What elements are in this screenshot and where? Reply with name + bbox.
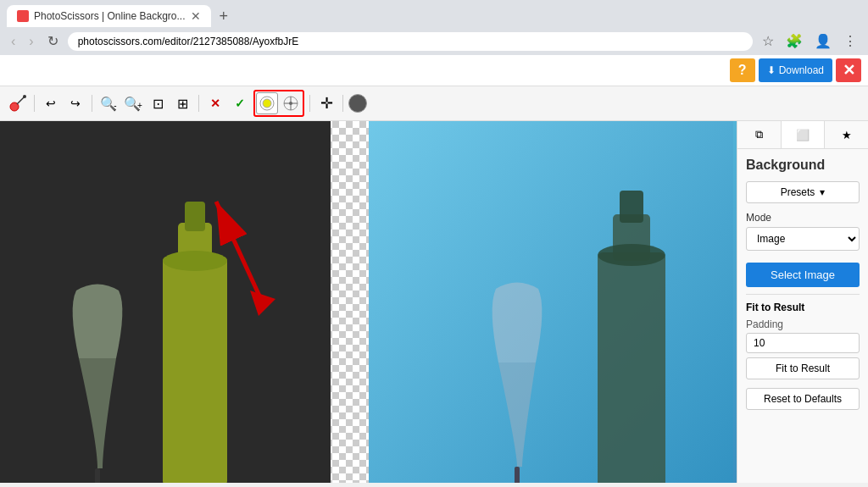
sidebar-tab-background[interactable]: ⬜ xyxy=(782,121,826,148)
toolbar: ↩ ↪ 🔍- 🔍+ ⊡ ⊞ ✕ ✓ xyxy=(0,86,868,121)
bg-brush-button[interactable] xyxy=(280,92,302,114)
back-button[interactable]: ‹ xyxy=(7,32,19,51)
zoom-out-button[interactable]: 🔍- xyxy=(97,92,120,114)
bookmark-button[interactable]: ☆ xyxy=(758,31,778,51)
presets-chevron: ▾ xyxy=(820,186,825,198)
presets-section: Presets ▾ xyxy=(746,181,860,203)
cancel-edit-button[interactable]: ✕ xyxy=(204,92,226,114)
svg-point-26 xyxy=(598,244,665,266)
extensions-button[interactable]: 🧩 xyxy=(782,31,807,51)
download-button[interactable]: ⬇ Download xyxy=(759,58,832,82)
svg-rect-28 xyxy=(515,467,520,483)
app-header: ? ⬇ Download ✕ xyxy=(0,55,868,86)
app-logo-icon xyxy=(7,92,29,114)
svg-rect-21 xyxy=(369,121,733,483)
app-container: ? ⬇ Download ✕ ↩ ↪ 🔍- 🔍+ ⊡ ⊞ ✕ ✓ xyxy=(0,55,868,483)
help-button[interactable]: ? xyxy=(730,58,755,82)
download-icon: ⬇ xyxy=(767,64,776,76)
padding-label: Padding xyxy=(746,318,860,330)
tab-bar: PhotoScissors | Online Backgro... ✕ + xyxy=(0,0,868,27)
padding-input[interactable] xyxy=(746,333,860,353)
zoom-in-button[interactable]: 🔍+ xyxy=(122,92,144,114)
active-tab[interactable]: PhotoScissors | Online Backgro... ✕ xyxy=(7,5,211,27)
highlighted-tools xyxy=(253,90,304,117)
menu-button[interactable]: ⋮ xyxy=(839,31,861,51)
presets-label: Presets xyxy=(781,186,815,198)
fit-to-result-label: Fit to Result xyxy=(746,302,860,313)
divider-2 xyxy=(92,95,92,112)
sidebar-tabs: ⧉ ⬜ ★ xyxy=(737,121,868,149)
color-picker[interactable] xyxy=(348,94,367,113)
mode-section: Mode Image Color Transparent Blur xyxy=(746,212,860,251)
forward-button[interactable]: › xyxy=(25,32,37,51)
mode-label: Mode xyxy=(746,212,860,224)
svg-rect-23 xyxy=(598,252,665,483)
divider-4 xyxy=(309,95,310,112)
browser-actions: ☆ 🧩 👤 ⋮ xyxy=(758,31,861,51)
tab-favicon xyxy=(17,10,29,22)
address-bar-row: ‹ › ↻ ☆ 🧩 👤 ⋮ xyxy=(0,27,868,55)
result-image xyxy=(369,121,733,483)
left-panel xyxy=(0,121,369,483)
profile-button[interactable]: 👤 xyxy=(810,31,836,51)
original-image xyxy=(0,121,331,483)
fit-result-button[interactable]: Fit to Result xyxy=(746,357,860,379)
background-icon: ⬜ xyxy=(796,129,810,141)
fg-brush-button[interactable] xyxy=(256,92,278,114)
sidebar: ⧉ ⬜ ★ Background Presets ▾ xyxy=(737,121,868,483)
close-button[interactable]: ✕ xyxy=(836,58,861,82)
reset-defaults-button[interactable]: Reset to Defaults xyxy=(746,388,860,410)
move-tool-button[interactable]: ✛ xyxy=(315,92,337,114)
zoom-fit-button[interactable]: ⊡ xyxy=(147,92,169,114)
undo-button[interactable]: ↩ xyxy=(40,92,62,114)
mode-select[interactable]: Image Color Transparent Blur xyxy=(746,227,860,251)
fit-result-section: Fit to Result Padding Fit to Result xyxy=(746,294,860,379)
svg-point-14 xyxy=(163,251,227,271)
tab-title: PhotoScissors | Online Backgro... xyxy=(34,10,186,22)
divider-5 xyxy=(342,95,343,112)
divider-3 xyxy=(198,95,199,112)
select-image-button[interactable]: Select Image xyxy=(746,263,860,287)
tab-close-btn[interactable]: ✕ xyxy=(191,9,201,23)
layers-icon: ⧉ xyxy=(755,128,763,141)
svg-rect-16 xyxy=(95,468,100,483)
sidebar-tab-favorites[interactable]: ★ xyxy=(825,121,868,148)
new-tab-button[interactable]: + xyxy=(213,8,236,25)
sidebar-tab-layers[interactable]: ⧉ xyxy=(737,121,782,148)
sidebar-title: Background xyxy=(746,158,860,173)
right-panel xyxy=(369,121,737,483)
address-input[interactable] xyxy=(68,32,753,51)
zoom-100-button[interactable]: ⊞ xyxy=(171,92,193,114)
sidebar-content: Background Presets ▾ Mode Image Color Tr… xyxy=(737,149,868,483)
svg-rect-25 xyxy=(620,191,643,223)
download-label: Download xyxy=(779,64,824,76)
main-content: ⧉ ⬜ ★ Background Presets ▾ xyxy=(0,121,868,483)
svg-point-4 xyxy=(263,99,271,108)
presets-button[interactable]: Presets ▾ xyxy=(746,181,860,203)
browser-chrome: PhotoScissors | Online Backgro... ✕ + ‹ … xyxy=(0,0,868,55)
reload-button[interactable]: ↻ xyxy=(43,31,63,51)
star-icon: ★ xyxy=(842,129,852,141)
confirm-edit-button[interactable]: ✓ xyxy=(229,92,251,114)
redo-button[interactable]: ↪ xyxy=(64,92,86,114)
svg-rect-13 xyxy=(185,202,205,231)
svg-rect-11 xyxy=(163,257,227,483)
divider-1 xyxy=(34,95,35,112)
svg-point-2 xyxy=(23,95,26,98)
